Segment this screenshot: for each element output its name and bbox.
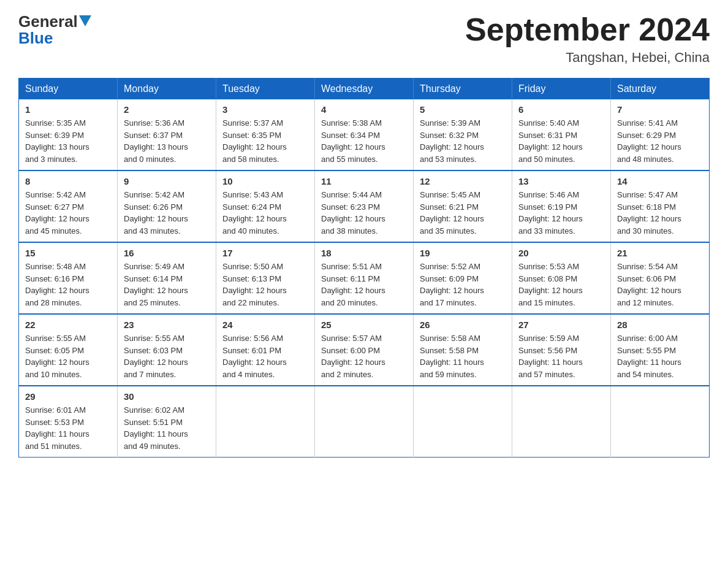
day-number: 14 xyxy=(617,176,703,186)
day-number: 25 xyxy=(321,320,407,330)
header-saturday: Saturday xyxy=(611,79,710,100)
day-info: Sunrise: 5:47 AM Sunset: 6:18 PM Dayligh… xyxy=(617,189,703,237)
week-row-5: 29Sunrise: 6:01 AM Sunset: 5:53 PM Dayli… xyxy=(19,386,710,458)
week-row-4: 22Sunrise: 5:55 AM Sunset: 6:05 PM Dayli… xyxy=(19,314,710,386)
table-row: 29Sunrise: 6:01 AM Sunset: 5:53 PM Dayli… xyxy=(19,386,118,458)
table-row: 11Sunrise: 5:44 AM Sunset: 6:23 PM Dayli… xyxy=(315,170,414,242)
day-number: 22 xyxy=(25,320,111,330)
day-number: 13 xyxy=(518,176,604,186)
table-row xyxy=(611,386,710,458)
day-number: 28 xyxy=(617,320,703,330)
day-info: Sunrise: 6:01 AM Sunset: 5:53 PM Dayligh… xyxy=(25,404,111,452)
day-info: Sunrise: 5:35 AM Sunset: 6:39 PM Dayligh… xyxy=(25,117,111,165)
table-row: 12Sunrise: 5:45 AM Sunset: 6:21 PM Dayli… xyxy=(414,170,512,242)
day-info: Sunrise: 5:53 AM Sunset: 6:08 PM Dayligh… xyxy=(518,261,604,308)
page-header: General Blue September 2024 Tangshan, He… xyxy=(18,12,710,66)
logo-triangle-icon xyxy=(79,15,91,26)
table-row: 30Sunrise: 6:02 AM Sunset: 5:51 PM Dayli… xyxy=(118,386,216,458)
day-number: 8 xyxy=(25,176,111,186)
logo-blue-text: Blue xyxy=(18,29,53,48)
day-number: 7 xyxy=(617,104,703,115)
table-row: 5Sunrise: 5:39 AM Sunset: 6:32 PM Daylig… xyxy=(414,99,512,170)
table-row: 26Sunrise: 5:58 AM Sunset: 5:58 PM Dayli… xyxy=(414,314,512,386)
calendar-title: September 2024 xyxy=(465,12,710,47)
day-number: 3 xyxy=(222,104,308,115)
table-row: 3Sunrise: 5:37 AM Sunset: 6:35 PM Daylig… xyxy=(216,99,315,170)
table-row: 27Sunrise: 5:59 AM Sunset: 5:56 PM Dayli… xyxy=(512,314,611,386)
table-row: 2Sunrise: 5:36 AM Sunset: 6:37 PM Daylig… xyxy=(118,99,216,170)
header-thursday: Thursday xyxy=(414,79,512,100)
day-number: 2 xyxy=(124,104,210,115)
day-info: Sunrise: 5:58 AM Sunset: 5:58 PM Dayligh… xyxy=(420,332,506,380)
day-info: Sunrise: 5:40 AM Sunset: 6:31 PM Dayligh… xyxy=(518,117,604,165)
header-tuesday: Tuesday xyxy=(216,79,315,100)
week-row-3: 15Sunrise: 5:48 AM Sunset: 6:16 PM Dayli… xyxy=(19,242,710,314)
day-info: Sunrise: 5:41 AM Sunset: 6:29 PM Dayligh… xyxy=(617,117,703,165)
header-friday: Friday xyxy=(512,79,611,100)
table-row xyxy=(414,386,512,458)
day-info: Sunrise: 5:59 AM Sunset: 5:56 PM Dayligh… xyxy=(518,332,604,380)
day-number: 15 xyxy=(25,248,111,258)
day-info: Sunrise: 5:37 AM Sunset: 6:35 PM Dayligh… xyxy=(222,117,308,165)
table-row: 6Sunrise: 5:40 AM Sunset: 6:31 PM Daylig… xyxy=(512,99,611,170)
table-row: 7Sunrise: 5:41 AM Sunset: 6:29 PM Daylig… xyxy=(611,99,710,170)
table-row: 18Sunrise: 5:51 AM Sunset: 6:11 PM Dayli… xyxy=(315,242,414,314)
table-row: 28Sunrise: 6:00 AM Sunset: 5:55 PM Dayli… xyxy=(611,314,710,386)
header-wednesday: Wednesday xyxy=(315,79,414,100)
day-info: Sunrise: 5:52 AM Sunset: 6:09 PM Dayligh… xyxy=(420,261,506,308)
day-number: 23 xyxy=(124,320,210,330)
day-info: Sunrise: 5:55 AM Sunset: 6:03 PM Dayligh… xyxy=(124,332,210,380)
title-block: September 2024 Tangshan, Hebei, China xyxy=(465,12,710,66)
day-info: Sunrise: 5:57 AM Sunset: 6:00 PM Dayligh… xyxy=(321,332,407,380)
table-row: 25Sunrise: 5:57 AM Sunset: 6:00 PM Dayli… xyxy=(315,314,414,386)
table-row: 16Sunrise: 5:49 AM Sunset: 6:14 PM Dayli… xyxy=(118,242,216,314)
table-row: 14Sunrise: 5:47 AM Sunset: 6:18 PM Dayli… xyxy=(611,170,710,242)
table-row xyxy=(216,386,315,458)
day-number: 4 xyxy=(321,104,407,115)
day-number: 12 xyxy=(420,176,506,186)
day-info: Sunrise: 6:00 AM Sunset: 5:55 PM Dayligh… xyxy=(617,332,703,380)
table-row: 8Sunrise: 5:42 AM Sunset: 6:27 PM Daylig… xyxy=(19,170,118,242)
day-number: 18 xyxy=(321,248,407,258)
day-number: 20 xyxy=(518,248,604,258)
day-number: 27 xyxy=(518,320,604,330)
table-row: 19Sunrise: 5:52 AM Sunset: 6:09 PM Dayli… xyxy=(414,242,512,314)
week-row-1: 1Sunrise: 5:35 AM Sunset: 6:39 PM Daylig… xyxy=(19,99,710,170)
day-info: Sunrise: 5:46 AM Sunset: 6:19 PM Dayligh… xyxy=(518,189,604,237)
day-number: 1 xyxy=(25,104,111,115)
table-row: 22Sunrise: 5:55 AM Sunset: 6:05 PM Dayli… xyxy=(19,314,118,386)
day-number: 11 xyxy=(321,176,407,186)
day-number: 16 xyxy=(124,248,210,258)
day-info: Sunrise: 5:56 AM Sunset: 6:01 PM Dayligh… xyxy=(222,332,308,380)
logo: General Blue xyxy=(18,12,91,48)
day-number: 6 xyxy=(518,104,604,115)
weekday-header-row: Sunday Monday Tuesday Wednesday Thursday… xyxy=(19,79,710,100)
table-row: 4Sunrise: 5:38 AM Sunset: 6:34 PM Daylig… xyxy=(315,99,414,170)
day-number: 29 xyxy=(25,391,111,402)
day-number: 5 xyxy=(420,104,506,115)
day-number: 9 xyxy=(124,176,210,186)
table-row: 23Sunrise: 5:55 AM Sunset: 6:03 PM Dayli… xyxy=(118,314,216,386)
table-row xyxy=(512,386,611,458)
day-info: Sunrise: 5:50 AM Sunset: 6:13 PM Dayligh… xyxy=(222,261,308,308)
table-row: 13Sunrise: 5:46 AM Sunset: 6:19 PM Dayli… xyxy=(512,170,611,242)
day-info: Sunrise: 5:48 AM Sunset: 6:16 PM Dayligh… xyxy=(25,261,111,308)
table-row: 20Sunrise: 5:53 AM Sunset: 6:08 PM Dayli… xyxy=(512,242,611,314)
day-number: 21 xyxy=(617,248,703,258)
table-row: 17Sunrise: 5:50 AM Sunset: 6:13 PM Dayli… xyxy=(216,242,315,314)
week-row-2: 8Sunrise: 5:42 AM Sunset: 6:27 PM Daylig… xyxy=(19,170,710,242)
day-info: Sunrise: 5:42 AM Sunset: 6:27 PM Dayligh… xyxy=(25,189,111,237)
day-info: Sunrise: 5:49 AM Sunset: 6:14 PM Dayligh… xyxy=(124,261,210,308)
day-info: Sunrise: 5:45 AM Sunset: 6:21 PM Dayligh… xyxy=(420,189,506,237)
table-row: 10Sunrise: 5:43 AM Sunset: 6:24 PM Dayli… xyxy=(216,170,315,242)
day-info: Sunrise: 5:36 AM Sunset: 6:37 PM Dayligh… xyxy=(124,117,210,165)
table-row: 9Sunrise: 5:42 AM Sunset: 6:26 PM Daylig… xyxy=(118,170,216,242)
table-row: 1Sunrise: 5:35 AM Sunset: 6:39 PM Daylig… xyxy=(19,99,118,170)
day-info: Sunrise: 5:42 AM Sunset: 6:26 PM Dayligh… xyxy=(124,189,210,237)
table-row xyxy=(315,386,414,458)
day-info: Sunrise: 5:51 AM Sunset: 6:11 PM Dayligh… xyxy=(321,261,407,308)
calendar-table: Sunday Monday Tuesday Wednesday Thursday… xyxy=(18,78,710,458)
header-sunday: Sunday xyxy=(19,79,118,100)
header-monday: Monday xyxy=(118,79,216,100)
day-number: 24 xyxy=(222,320,308,330)
